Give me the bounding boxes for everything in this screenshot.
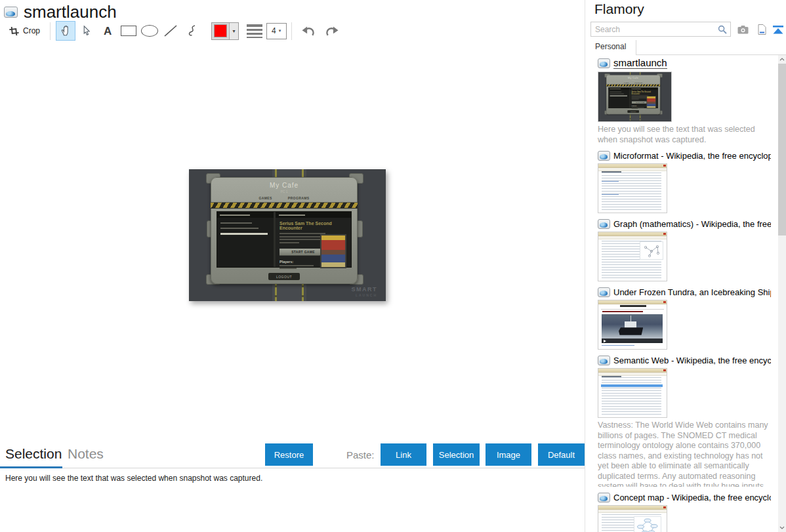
item-title[interactable]: Under Frozen Tundra, an Icebreaking Ship…: [613, 287, 771, 297]
search-icon[interactable]: [718, 25, 727, 34]
highlighted-selection: [601, 384, 663, 387]
hazard-stripe: [211, 202, 358, 209]
scribble-icon: [186, 24, 197, 37]
item-title[interactable]: Semantic Web - Wikipedia, the free encyc…: [613, 356, 771, 365]
launcher-device-frame: My Cafe PC 1 GAMES PROGRAMS: [211, 177, 358, 284]
text-tool-icon: A: [104, 26, 112, 37]
color-dropdown-arrow[interactable]: ▾: [229, 23, 238, 39]
undo-button[interactable]: [299, 21, 318, 41]
paste-link-button[interactable]: Link: [381, 443, 426, 466]
snapshot-list[interactable]: smartlaunch My Cafe PC 1 GAMESPROGRAMS: [585, 57, 771, 532]
snapshot-title: smartlaunch: [24, 2, 117, 22]
paste-label: Paste:: [346, 449, 375, 460]
scroll-up-arrow[interactable]: [778, 55, 786, 64]
current-color-swatch: [214, 24, 227, 37]
item-note: Vastness: The World Wide Web contains ma…: [598, 420, 771, 487]
undo-icon: [300, 25, 316, 37]
line-width-value: 4: [272, 26, 276, 35]
search-box[interactable]: [590, 22, 731, 37]
smartlaunch-brand: SMART LAUNCH: [352, 287, 378, 298]
camera-capture-icon[interactable]: [736, 24, 749, 35]
list-item-microformat[interactable]: Microformat - Wikipedia, the free encycl…: [598, 151, 771, 213]
paste-image-button[interactable]: Image: [486, 443, 531, 466]
snapshot-thumbnail[interactable]: [598, 505, 667, 532]
smartlaunch-screenshot: My Cafe PC 1 GAMES PROGRAMS: [189, 169, 386, 301]
list-item-semantic-web[interactable]: Semantic Web - Wikipedia, the free encyc…: [598, 356, 771, 487]
browser-chrome: [598, 164, 667, 168]
pc-name: PC 1: [211, 190, 358, 194]
tab-selection[interactable]: Selection: [5, 446, 62, 462]
line-width-dropdown[interactable]: 4 ▾: [266, 23, 287, 39]
crop-label: Crop: [23, 26, 40, 35]
line-tool[interactable]: [161, 21, 180, 41]
crop-icon: [9, 26, 19, 36]
game-title: Serius Sam The Second Encounter: [279, 221, 347, 230]
toolbar-separator: [291, 22, 292, 40]
crop-tool[interactable]: Crop: [5, 21, 45, 41]
masthead-placeholder: [620, 305, 646, 307]
browser-chrome: [598, 369, 667, 373]
pan-hand-tool[interactable]: [56, 21, 75, 41]
link-placeholder: [602, 194, 619, 195]
color-swatch-cell: [212, 23, 229, 39]
restore-button[interactable]: Restore: [265, 443, 313, 466]
app-title: Flamory: [594, 1, 644, 17]
browser-chrome: [598, 506, 667, 510]
snapshot-thumbnail[interactable]: [598, 232, 667, 281]
item-title[interactable]: Graph (mathematics) - Wikipedia, the fre…: [613, 219, 771, 229]
color-picker[interactable]: ▾: [211, 22, 239, 40]
line-icon: [163, 24, 178, 37]
list-item-concept-map[interactable]: Concept map - Wikipedia, the free encycl…: [598, 493, 771, 532]
list-item-graph-mathematics[interactable]: Graph (mathematics) - Wikipedia, the fre…: [598, 219, 771, 281]
browser-navbar: [598, 510, 667, 513]
browser-chrome: [598, 300, 667, 304]
rectangle-tool[interactable]: [119, 21, 138, 41]
toolbar-separator: [50, 22, 51, 40]
item-title[interactable]: Microformat - Wikipedia, the free encycl…: [613, 151, 771, 161]
tab-notes[interactable]: Notes: [68, 446, 104, 462]
pen-scribble-tool[interactable]: [182, 21, 201, 41]
game-item-placeholder: [220, 222, 252, 224]
cursor-arrow-icon: [81, 24, 93, 37]
hand-icon: [60, 24, 72, 37]
panel-header-placeholder: [279, 215, 305, 216]
paste-default-button[interactable]: Default: [538, 443, 585, 466]
search-input[interactable]: [591, 25, 718, 34]
canvas-image[interactable]: My Cafe PC 1 GAMES PROGRAMS: [189, 169, 386, 301]
games-tab: GAMES: [259, 196, 272, 200]
page-text-placeholder: [602, 173, 661, 211]
ellipse-tool[interactable]: [140, 21, 159, 41]
snapshot-thumbnail[interactable]: [598, 300, 667, 350]
item-title[interactable]: Concept map - Wikipedia, the free encycl…: [613, 493, 771, 502]
list-item-frozen-tundra[interactable]: Under Frozen Tundra, an Icebreaking Ship…: [598, 287, 771, 350]
snapshot-icon: [598, 58, 610, 68]
paste-selection-button[interactable]: Selection: [433, 443, 480, 466]
text-tool[interactable]: A: [98, 21, 117, 41]
tab-personal[interactable]: Personal: [585, 40, 636, 55]
snapshot-thumbnail[interactable]: [598, 368, 667, 418]
redo-icon: [324, 25, 340, 37]
scrollbar-thumb[interactable]: [778, 64, 786, 235]
size-dropdown-arrow: ▾: [279, 28, 281, 33]
flamory-collapse-icon[interactable]: [772, 24, 785, 35]
select-arrow-tool[interactable]: [77, 21, 96, 41]
sidebar-tabbar: Personal: [585, 40, 786, 55]
redo-button[interactable]: [322, 21, 342, 41]
snapshot-thumbnail[interactable]: My Cafe PC 1 GAMESPROGRAMS: [598, 72, 672, 122]
game-item-placeholder: [220, 228, 259, 229]
item-title[interactable]: smartlaunch: [613, 57, 667, 69]
rule-line: [601, 309, 664, 310]
scroll-down-arrow[interactable]: [778, 523, 786, 532]
snapshot-icon: [598, 493, 610, 502]
sidebar-scrollbar[interactable]: [778, 55, 786, 532]
icebreaker-ship-photo: [602, 314, 663, 343]
bottom-panel: Selection Notes Restore Paste: Link Sele…: [0, 443, 585, 532]
new-note-icon[interactable]: [755, 24, 768, 35]
list-item-smartlaunch[interactable]: smartlaunch My Cafe PC 1 GAMESPROGRAMS: [598, 57, 771, 145]
selection-text: Here you will see the text that was sele…: [5, 474, 262, 483]
editor-header: smartlaunch: [4, 1, 117, 22]
selected-game-item: [220, 233, 268, 235]
headline-placeholder: [602, 311, 643, 312]
snapshot-thumbnail[interactable]: [598, 163, 667, 213]
flamory-logo-icon: [4, 7, 18, 18]
